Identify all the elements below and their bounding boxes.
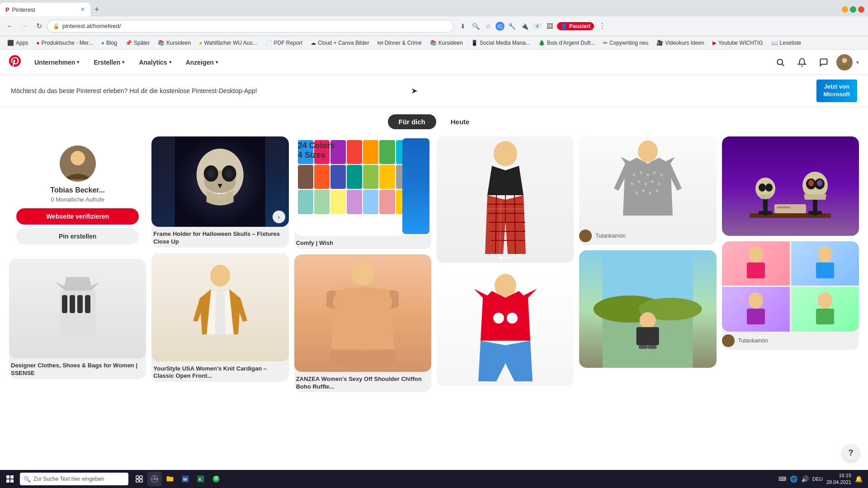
bookmark-icon-8: 🍽 (377, 40, 383, 46)
windows-start-button[interactable] (2, 471, 18, 487)
nav-anzeigen[interactable]: Anzeigen ▾ (179, 55, 224, 70)
pin-comfy-wish[interactable]: 24 Colors 4 Sizes Comfy | Wish (294, 136, 431, 249)
apps-icon: ⬛ (7, 40, 14, 46)
svg-line-96 (151, 479, 153, 481)
maximize-btn[interactable] (850, 6, 856, 13)
address-text: pinterest.at/homefeed/ (62, 23, 121, 29)
close-btn[interactable] (858, 6, 864, 13)
bookmark-youtube[interactable]: ▶ Youtube WICHTIG (709, 39, 767, 47)
bookmark-icon-9: 📚 (430, 40, 437, 46)
column-3 (437, 136, 574, 412)
pin-chiffon[interactable]: ZANZEA Women's Sexy Off Shoulder Chiffon… (294, 254, 431, 393)
more-options-btn[interactable]: ⋮ (596, 20, 609, 33)
extension-icon-2[interactable]: 🔧 (506, 21, 517, 32)
search-placeholder: Zur Suche Text hier eingeben (33, 476, 104, 482)
bookmark-icon-6: 📄 (265, 40, 272, 46)
taskbar-chrome[interactable] (147, 472, 162, 486)
header-right: ▾ (771, 53, 859, 71)
volume-icon[interactable]: 🔊 (801, 475, 809, 483)
bookmark-copywriting[interactable]: ✏ Copywriting neu (599, 39, 652, 47)
new-tab-button[interactable]: + (90, 3, 103, 16)
bookmark-pdf[interactable]: 📄 PDF Report (262, 39, 306, 47)
tab-fur-dich[interactable]: Für dich (388, 114, 436, 129)
taskbar-search-bar[interactable]: 🔍 Zur Suche Text hier eingeben (20, 473, 128, 485)
bookmark-produktsuche[interactable]: ● Produktsuche - Mer... (33, 39, 96, 47)
help-button[interactable]: ? (843, 445, 859, 461)
bookmark-bois[interactable]: 🌲 Bois d'Argent Duft... (535, 39, 599, 47)
profile-label: Pausiert (569, 23, 590, 29)
taskbar-spotify[interactable] (209, 472, 223, 486)
lock-icon: 🔒 (53, 23, 60, 29)
bookmark-icon-5: ● (199, 40, 202, 46)
clock-time: 16:15 (826, 472, 851, 479)
browser-profile-btn[interactable]: 👤 Pausiert (557, 22, 594, 30)
tab-heute[interactable]: Heute (440, 114, 481, 129)
taskbar-task-view[interactable] (132, 472, 146, 486)
pin-collage[interactable]: Tutankamón (722, 241, 859, 350)
promo-text: Möchtest du das beste Pinterest erleben?… (11, 87, 409, 94)
extension-icon-5[interactable]: 🖼 (544, 21, 555, 32)
extension-icon-3[interactable]: 🔌 (519, 21, 530, 32)
profile-dropdown-btn[interactable]: ▾ (856, 59, 859, 66)
notifications-button[interactable] (793, 53, 811, 71)
download-icon[interactable]: ⬇ (458, 21, 468, 32)
bookmark-blog[interactable]: ● Blog (98, 39, 121, 47)
bookmark-kursideen-1[interactable]: 📚 Kursideen (154, 39, 194, 47)
bookmark-leseliste[interactable]: 📖 Leseliste (768, 39, 805, 47)
taskbar-file-explorer[interactable] (163, 472, 177, 486)
taskbar-excel[interactable]: X (193, 472, 208, 486)
pin-outdoor[interactable] (579, 250, 716, 368)
nav-unternehmen[interactable]: Unternehmen ▾ (28, 55, 85, 70)
network-icon[interactable]: 🌐 (790, 475, 797, 483)
profile-icon: 👤 (561, 23, 567, 29)
pin-skull-frame[interactable]: › Frame Holder for Halloween Skulls – Fi… (151, 136, 288, 248)
bookmarks-bar: ⬛ Apps ● Produktsuche - Mer... ● Blog 📌 … (0, 36, 868, 50)
pinterest-logo[interactable] (9, 55, 21, 70)
bookmark-canva[interactable]: ☁ Cloud + Canva Bilder (307, 39, 373, 47)
pin-sweater[interactable]: Tutankamón (579, 136, 716, 245)
minimize-btn[interactable] (842, 6, 848, 13)
pin-designer-clothes[interactable]: Designer Clothes, Shoes & Bags for Women… (9, 259, 146, 379)
refresh-button[interactable]: ↻ (33, 20, 45, 33)
search-address-icon[interactable]: 🔍 (470, 21, 481, 32)
svg-text:X: X (198, 477, 202, 482)
bookmark-social-media[interactable]: 📱 Social Media Mana... (467, 39, 534, 47)
pin-cardigan[interactable]: YourStyle USA Women's Knit Cardigan – Cl… (151, 253, 288, 382)
pin-red-pants[interactable] (437, 136, 574, 263)
promo-arrow-icon[interactable]: ➤ (411, 86, 418, 96)
tab-title: Pinterest (12, 6, 78, 13)
nav-analytics[interactable]: Analytics ▾ (132, 55, 177, 70)
bookmark-apps[interactable]: ⬛ Apps (4, 39, 32, 47)
bookmark-icon-12: ✏ (603, 40, 608, 46)
tab-favicon: P (5, 6, 9, 13)
extension-icon-4[interactable]: 📧 (532, 21, 542, 32)
bookmark-videokurs[interactable]: 🎥 Videokurs Ideen (653, 39, 708, 47)
svg-point-0 (777, 59, 783, 65)
address-bar[interactable]: 🔒 pinterest.at/homefeed/ (47, 20, 454, 33)
bookmark-icon-4: 📚 (158, 40, 165, 46)
microsoft-promo-btn[interactable]: Jetzt von Microsoft (816, 80, 858, 102)
svg-rect-85 (10, 475, 14, 479)
nav-erstellen[interactable]: Erstellen ▾ (87, 55, 131, 70)
verify-website-button[interactable]: Webseite verifizieren (16, 208, 139, 225)
messages-button[interactable] (815, 53, 833, 71)
pin-red-tshirt[interactable] (437, 268, 574, 386)
search-button[interactable] (771, 53, 789, 71)
active-tab[interactable]: P Pinterest ✕ (0, 3, 90, 16)
tab-close-btn[interactable]: ✕ (80, 6, 85, 13)
language-indicator: DEU (812, 476, 823, 482)
taskbar-word[interactable]: W (178, 472, 193, 486)
user-avatar-button[interactable] (836, 54, 853, 70)
bookmark-wahlfacher[interactable]: ● Wahlfächer WU Aus... (195, 39, 260, 47)
bookmark-icon-15: 📖 (771, 40, 778, 46)
svg-line-95 (156, 479, 158, 481)
bookmark-star-icon[interactable]: ☆ (483, 21, 494, 32)
pin-skull-candle[interactable] (722, 136, 859, 236)
back-button[interactable]: ← (4, 20, 16, 33)
extension-icon-1[interactable]: IQ (495, 22, 505, 31)
bookmark-dinner[interactable]: 🍽 Dinner & Crime (374, 39, 425, 47)
notifications-icon[interactable]: 🔔 (855, 475, 863, 483)
bookmark-spater[interactable]: 📌 Später (122, 39, 153, 47)
bookmark-kursideen-2[interactable]: 📚 Kursideen (426, 39, 467, 47)
create-pin-button[interactable]: Pin erstellen (16, 228, 139, 244)
